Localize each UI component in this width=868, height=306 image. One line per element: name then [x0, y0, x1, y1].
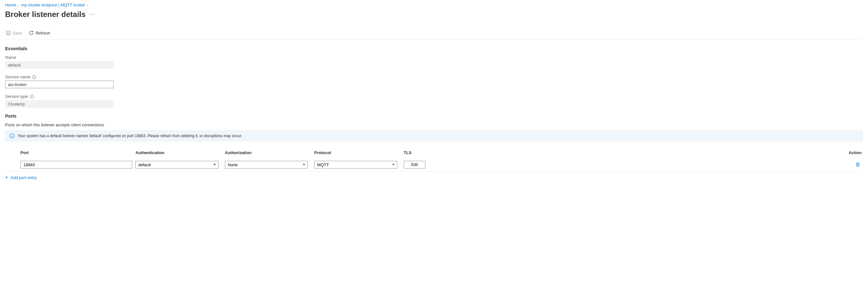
more-actions-icon[interactable]: ···	[89, 11, 95, 17]
refresh-label: Refresh	[36, 31, 51, 35]
svg-point-3	[11, 135, 12, 135]
trash-icon	[855, 162, 860, 167]
info-icon[interactable]: i	[32, 75, 36, 79]
col-port: Port	[21, 150, 135, 155]
ports-title: Ports	[5, 113, 863, 119]
service-name-label: Service name	[5, 75, 30, 79]
plus-icon: +	[5, 174, 8, 180]
table-row: default None MQTT Edit	[5, 158, 863, 171]
field-name: Name	[5, 55, 863, 69]
service-type-input	[5, 100, 114, 108]
protocol-select[interactable]: MQTT	[314, 161, 397, 168]
refresh-icon	[29, 30, 34, 35]
save-label: Save	[13, 31, 22, 35]
col-authorization: Authorization	[225, 150, 314, 155]
service-name-input[interactable]	[5, 81, 114, 88]
authentication-select[interactable]: default	[135, 161, 218, 168]
breadcrumb-home[interactable]: Home	[5, 3, 16, 7]
chevron-right-icon: ›	[87, 3, 89, 7]
add-port-entry-button[interactable]: + Add port entry	[5, 171, 863, 184]
breadcrumb-cluster-mqtt[interactable]: my-cluster-instance | MQTT broker	[21, 3, 85, 7]
ports-section: Ports Ports on which this listener accep…	[5, 113, 863, 184]
authorization-select[interactable]: None	[225, 161, 308, 168]
name-label: Name	[5, 55, 16, 60]
col-authentication: Authentication	[135, 150, 225, 155]
svg-rect-1	[7, 33, 9, 35]
delete-row-button[interactable]	[854, 161, 862, 168]
page-header: Broker listener details ···	[5, 10, 863, 19]
name-input	[5, 61, 114, 69]
port-input[interactable]	[21, 161, 132, 168]
field-service-type: Service type i	[5, 94, 863, 108]
info-icon	[9, 133, 14, 138]
page-title: Broker listener details	[5, 10, 86, 19]
ports-table-header: Port Authentication Authorization Protoc…	[5, 147, 863, 158]
col-action: Action	[477, 150, 863, 155]
col-tls: TLS	[404, 150, 477, 155]
info-icon[interactable]: i	[30, 95, 34, 99]
breadcrumb: Home › my-cluster-instance | MQTT broker…	[5, 3, 863, 7]
tls-edit-button[interactable]: Edit	[404, 161, 425, 168]
service-type-label: Service type	[5, 94, 28, 99]
essentials-title: Essentials	[5, 46, 863, 51]
essentials-section: Essentials Name Service name i Service t…	[5, 46, 863, 108]
info-banner: Your system has a default listener named…	[5, 131, 863, 141]
refresh-button[interactable]: Refresh	[28, 29, 51, 37]
chevron-right-icon: ›	[18, 3, 20, 7]
col-protocol: Protocol	[314, 150, 404, 155]
add-port-label: Add port entry	[10, 175, 37, 180]
ports-description: Ports on which this listener accepts cli…	[5, 122, 863, 127]
save-icon	[6, 30, 11, 35]
svg-rect-4	[11, 136, 12, 137]
save-button[interactable]: Save	[5, 29, 23, 37]
field-service-name: Service name i	[5, 75, 863, 88]
info-banner-text: Your system has a default listener named…	[18, 134, 242, 138]
ports-table: Port Authentication Authorization Protoc…	[5, 147, 863, 184]
svg-rect-0	[6, 31, 10, 35]
toolbar: Save Refresh	[5, 27, 863, 40]
